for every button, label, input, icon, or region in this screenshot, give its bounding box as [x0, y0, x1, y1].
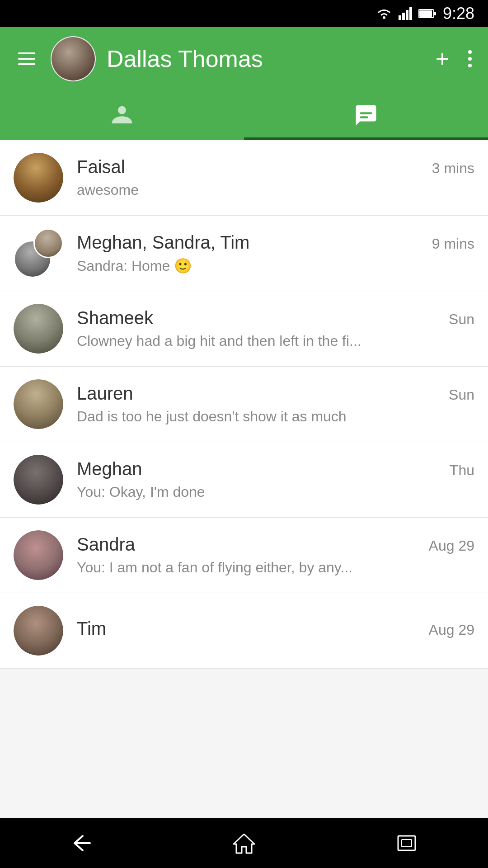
status-time: 9:28: [443, 4, 474, 23]
conv-time-group: 9 mins: [432, 236, 474, 252]
svg-rect-1: [399, 15, 401, 20]
conv-name-sandra: Sandra: [77, 534, 135, 555]
conversation-item-tim[interactable]: Tim Aug 29: [0, 593, 488, 669]
svg-rect-2: [402, 13, 405, 20]
conv-preview-meghan: You: Okay, I'm done: [77, 484, 474, 500]
conv-time-tim: Aug 29: [429, 622, 474, 638]
conv-preview-group: Sandra: Home 🙂: [77, 257, 474, 274]
conversation-item-sandra[interactable]: Sandra Aug 29 You: I am not a fan of fly…: [0, 518, 488, 593]
conv-name-lauren: Lauren: [77, 383, 133, 404]
status-bar: 9:28: [0, 0, 488, 27]
svg-rect-3: [406, 10, 408, 20]
conv-name-group: Meghan, Sandra, Tim: [77, 232, 249, 253]
svg-rect-7: [434, 12, 436, 15]
svg-rect-12: [398, 836, 415, 850]
status-icons: 9:28: [376, 4, 474, 23]
chat-icon: [354, 103, 378, 127]
recents-icon: [395, 833, 418, 853]
conversation-item-meghan[interactable]: Meghan Thu You: Okay, I'm done: [0, 442, 488, 518]
back-icon: [70, 833, 93, 853]
avatar-group: [14, 228, 63, 278]
tabs: [0, 90, 488, 140]
conv-preview-lauren: Dad is too he just doesn't show it as mu…: [77, 408, 474, 425]
svg-rect-4: [409, 7, 412, 20]
app-bar-actions: +: [436, 46, 474, 72]
conv-name-tim: Tim: [77, 618, 106, 639]
conversation-list: Faisal 3 mins awesome Meghan, Sandra, Ti…: [0, 140, 488, 669]
avatar-meghan: [14, 455, 63, 505]
conv-preview-sandra: You: I am not a fan of flying either, by…: [77, 559, 474, 576]
conv-content-meghan: Meghan Thu You: Okay, I'm done: [77, 459, 474, 500]
conv-preview-faisal: awesome: [77, 182, 474, 198]
hamburger-button[interactable]: [14, 48, 40, 70]
avatar-tim: [14, 606, 63, 656]
conv-content-group: Meghan, Sandra, Tim 9 mins Sandra: Home …: [77, 232, 474, 274]
conv-time-sandra: Aug 29: [429, 538, 474, 554]
avatar-lauren: [14, 379, 63, 429]
svg-rect-13: [402, 840, 412, 847]
conv-time-meghan: Thu: [450, 462, 474, 479]
conversation-item-shameek[interactable]: Shameek Sun Clowney had a big hit and th…: [0, 291, 488, 367]
more-options-button[interactable]: [465, 46, 474, 72]
avatar-sandra: [14, 530, 63, 580]
svg-point-8: [118, 106, 126, 114]
conv-name-faisal: Faisal: [77, 157, 125, 177]
conversation-item-group[interactable]: Meghan, Sandra, Tim 9 mins Sandra: Home …: [0, 216, 488, 291]
conv-time-lauren: Sun: [449, 387, 474, 403]
recents-button[interactable]: [377, 829, 436, 858]
conv-content-lauren: Lauren Sun Dad is too he just doesn't sh…: [77, 383, 474, 425]
home-icon: [233, 832, 255, 854]
conv-name-meghan: Meghan: [77, 459, 142, 479]
conversation-item-faisal[interactable]: Faisal 3 mins awesome: [0, 140, 488, 216]
conv-content-sandra: Sandra Aug 29 You: I am not a fan of fly…: [77, 534, 474, 576]
person-icon: [110, 103, 134, 127]
app-bar-title: Dallas Thomas: [107, 45, 425, 72]
svg-point-0: [383, 16, 385, 19]
nav-bar: [0, 818, 488, 868]
svg-rect-10: [360, 116, 368, 118]
add-button[interactable]: +: [436, 47, 449, 71]
conv-name-shameek: Shameek: [77, 308, 153, 328]
avatar-faisal: [14, 153, 63, 203]
svg-rect-9: [360, 112, 372, 114]
home-button[interactable]: [215, 828, 273, 859]
conv-time-shameek: Sun: [449, 311, 474, 328]
app-bar: Dallas Thomas +: [0, 27, 488, 90]
conv-content-shameek: Shameek Sun Clowney had a big hit and th…: [77, 308, 474, 349]
back-button[interactable]: [52, 829, 111, 858]
conv-content-faisal: Faisal 3 mins awesome: [77, 157, 474, 198]
tab-contacts[interactable]: [0, 90, 244, 140]
wifi-icon: [376, 7, 392, 20]
battery-icon: [418, 9, 436, 19]
conv-preview-shameek: Clowney had a big hit and then left in t…: [77, 333, 474, 349]
conversation-item-lauren[interactable]: Lauren Sun Dad is too he just doesn't sh…: [0, 367, 488, 442]
svg-rect-6: [419, 10, 432, 17]
avatar-shameek: [14, 304, 63, 354]
conv-content-tim: Tim Aug 29: [77, 618, 474, 643]
tab-messages[interactable]: [244, 90, 488, 140]
signal-icon: [399, 7, 412, 20]
user-avatar[interactable]: [51, 36, 96, 81]
conv-time-faisal: 3 mins: [432, 160, 474, 177]
